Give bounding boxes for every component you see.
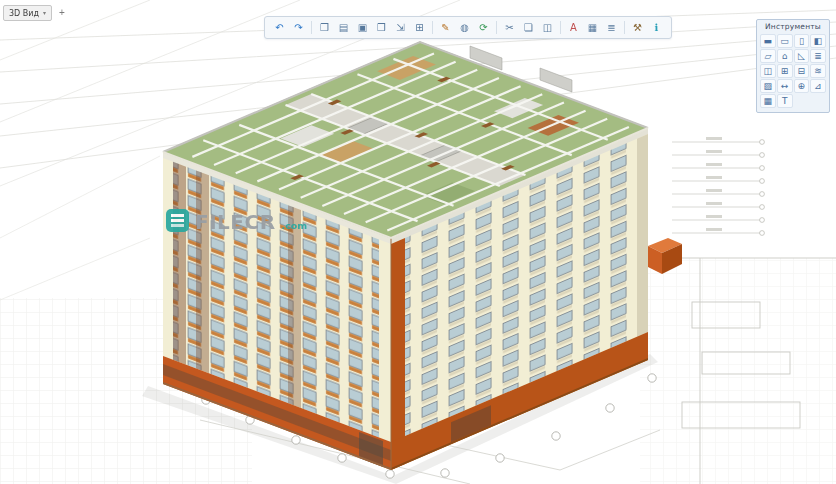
tools-panel-title: Инструменты: [760, 22, 826, 31]
duplicate-icon[interactable]: ❏: [520, 19, 537, 36]
open-icon[interactable]: ❒: [373, 19, 390, 36]
paste-icon[interactable]: ◫: [539, 19, 556, 36]
copy-view-icon[interactable]: ❐: [316, 19, 333, 36]
view-tab-bar: 3D Вид ▾ +: [3, 5, 68, 21]
save-icon[interactable]: ▣: [354, 19, 371, 36]
watermark-logo-icon: [166, 209, 189, 232]
tool-section-icon[interactable]: ⊿: [810, 79, 826, 93]
tools-settings-icon[interactable]: ⚒: [629, 19, 646, 36]
display-mode-icon[interactable]: ▤: [335, 19, 352, 36]
watermark-suffix: .com: [282, 219, 308, 232]
watermark: FILECR .com: [166, 209, 307, 232]
tool-text-icon[interactable]: Т: [777, 94, 793, 108]
cut-icon[interactable]: ✂: [501, 19, 518, 36]
tool-table-icon[interactable]: ▦: [760, 94, 776, 108]
redo-icon[interactable]: ↷: [290, 19, 307, 36]
tools-grid: ▬ ▭ ▯ ◧ ▱ ⌂ ◺ ≣ ◫ ⊞ ⊟ ≋ ▨ ↔ ⊕ ⊿: [760, 34, 826, 108]
export-icon[interactable]: ⇲: [392, 19, 409, 36]
tools-panel: Инструменты ▬ ▭ ▯ ◧ ▱ ⌂ ◺ ≣ ◫ ⊞ ⊟ ≋ ▨ ↔: [756, 19, 830, 113]
globe-icon[interactable]: ◍: [456, 19, 473, 36]
site-plan-right: [640, 258, 836, 484]
text-style-icon[interactable]: A: [565, 19, 582, 36]
tool-hatch-icon[interactable]: ▨: [760, 79, 776, 93]
tool-axis-icon[interactable]: ⊕: [794, 79, 810, 93]
tool-plate-icon[interactable]: ◧: [810, 34, 826, 48]
chevron-down-icon[interactable]: ▾: [43, 10, 46, 16]
tool-beam-icon[interactable]: ▭: [777, 34, 793, 48]
edit-icon[interactable]: ✎: [437, 19, 454, 36]
tool-wall-icon[interactable]: ▬: [760, 34, 776, 48]
tab-3d-view[interactable]: 3D Вид ▾: [3, 5, 52, 21]
tool-door-icon[interactable]: ◫: [760, 64, 776, 78]
tool-roof-icon[interactable]: ⌂: [777, 49, 793, 63]
new-tab-button[interactable]: +: [56, 7, 68, 19]
undo-icon[interactable]: ↶: [271, 19, 288, 36]
tool-dimension-icon[interactable]: ↔: [777, 79, 793, 93]
model-viewport[interactable]: [0, 0, 836, 484]
tool-window-icon[interactable]: ⊞: [777, 64, 793, 78]
sync-icon[interactable]: ⟳: [475, 19, 492, 36]
building-model: [163, 42, 648, 470]
tool-opening-icon[interactable]: ⊟: [794, 64, 810, 78]
tool-ramp-icon[interactable]: ◺: [794, 49, 810, 63]
tool-column-icon[interactable]: ▯: [794, 34, 810, 48]
watermark-text: FILECR: [195, 213, 276, 232]
main-toolbar: ↶ ↷ ❐ ▤ ▣ ❒ ⇲ ⊞ ✎ ◍ ⟳ ✂ ❏ ◫ A ▦ ≣ ⚒ ℹ: [264, 16, 672, 39]
tool-floor-icon[interactable]: ▱: [760, 49, 776, 63]
tool-stair-icon[interactable]: ≣: [810, 49, 826, 63]
info-icon[interactable]: ℹ: [648, 19, 665, 36]
layers-icon[interactable]: ≣: [603, 19, 620, 36]
tab-3d-view-label: 3D Вид: [9, 9, 39, 18]
tool-railing-icon[interactable]: ≋: [810, 64, 826, 78]
table-icon[interactable]: ▦: [584, 19, 601, 36]
print-icon[interactable]: ⊞: [411, 19, 428, 36]
